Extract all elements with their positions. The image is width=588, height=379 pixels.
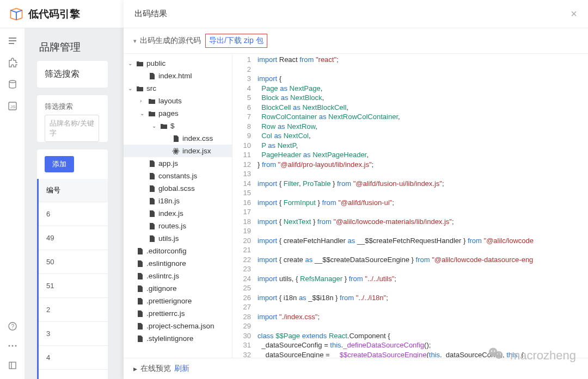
file-icon bbox=[148, 210, 156, 218]
accordion-label: 出码生成的源代码 bbox=[140, 36, 201, 46]
folder-icon bbox=[148, 97, 156, 105]
file-icon bbox=[148, 235, 156, 243]
chevron-icon: › bbox=[140, 98, 145, 104]
collapse-icon[interactable] bbox=[6, 359, 19, 371]
search-card: 筛选搜索 品牌名称/关键字 bbox=[37, 95, 108, 142]
code-line: 27 bbox=[232, 302, 588, 312]
filter-input[interactable]: 品牌名称/关键字 bbox=[45, 115, 99, 142]
code-line: 26import { i18n as _$$i18n } from "../..… bbox=[232, 293, 588, 303]
chevron-icon: ⌄ bbox=[128, 85, 133, 91]
source-accordion[interactable]: ▾ 出码生成的源代码 导出/下载 zip 包 bbox=[124, 28, 588, 54]
code-line: 21 bbox=[232, 245, 588, 255]
tree-file[interactable]: index.js bbox=[124, 207, 232, 220]
tree-file[interactable]: .prettierrc.js bbox=[124, 307, 232, 320]
tree-file[interactable]: .eslintignore bbox=[124, 257, 232, 270]
tree-file[interactable]: index.css bbox=[124, 132, 232, 145]
code-line: 17 bbox=[232, 207, 588, 217]
file-icon bbox=[172, 135, 180, 142]
puzzle-icon[interactable] bbox=[6, 57, 19, 69]
tree-file[interactable]: app.js bbox=[124, 157, 232, 170]
tree-file[interactable]: index.jsx bbox=[124, 145, 232, 157]
left-iconbar: JS ? bbox=[0, 28, 25, 379]
table-header: 编号 bbox=[39, 179, 108, 202]
close-icon[interactable]: × bbox=[571, 8, 577, 20]
help-icon[interactable]: ? bbox=[6, 320, 19, 332]
tree-file[interactable]: .eslintrc.js bbox=[124, 270, 232, 282]
file-icon bbox=[148, 185, 156, 192]
svg-text:JS: JS bbox=[10, 104, 15, 109]
tree-folder[interactable]: ⌄src bbox=[124, 82, 232, 95]
table-row[interactable]: 4 bbox=[39, 346, 108, 370]
tree-file[interactable]: utils.js bbox=[124, 232, 232, 245]
code-line: 9 Col as NextCol, bbox=[232, 131, 588, 141]
outline-icon[interactable] bbox=[6, 35, 19, 47]
tree-file[interactable]: .stylelintignore bbox=[124, 332, 232, 345]
folder-icon bbox=[160, 122, 168, 130]
code-line: 19 bbox=[232, 226, 588, 236]
tree-label: .stylelintignore bbox=[146, 334, 193, 343]
tree-file[interactable]: .gitignore bbox=[124, 282, 232, 295]
database-icon[interactable] bbox=[6, 78, 19, 90]
more-icon[interactable] bbox=[6, 340, 19, 352]
svg-rect-1 bbox=[9, 40, 16, 41]
tree-file[interactable]: .editorconfig bbox=[124, 245, 232, 257]
table-row[interactable]: 6 bbox=[39, 202, 108, 226]
code-line: 32 _dataSourceEngine = __$$createDataSou… bbox=[232, 350, 588, 358]
code-line: 10 P as NextP, bbox=[232, 141, 588, 151]
code-line: 30class $$Page extends React.Component { bbox=[232, 331, 588, 341]
tree-folder[interactable]: ⌄pages bbox=[124, 107, 232, 120]
file-icon bbox=[172, 147, 180, 155]
file-icon bbox=[136, 335, 144, 343]
js-icon[interactable]: JS bbox=[6, 100, 19, 112]
file-icon bbox=[136, 310, 144, 318]
file-icon bbox=[148, 222, 156, 230]
refresh-link[interactable]: 刷新 bbox=[174, 364, 189, 374]
table-row[interactable]: 49 bbox=[39, 226, 108, 250]
filter-card: 筛选搜索 bbox=[37, 61, 108, 88]
code-export-modal: 出码结果 × ▾ 出码生成的源代码 导出/下载 zip 包 ⌄publicind… bbox=[124, 0, 588, 379]
tree-file[interactable]: routes.js bbox=[124, 220, 232, 232]
code-line: 7 RowColContainer as NextRowColContainer… bbox=[232, 112, 588, 122]
table-row[interactable]: 2 bbox=[39, 298, 108, 322]
file-icon bbox=[136, 260, 144, 268]
tree-label: .editorconfig bbox=[146, 247, 187, 255]
code-line: 8 Row as NextRow, bbox=[232, 122, 588, 132]
filter-title: 筛选搜索 bbox=[37, 61, 108, 88]
preview-accordion[interactable]: ▸ 在线预览 刷新 bbox=[124, 358, 588, 379]
tree-label: index.js bbox=[158, 209, 183, 218]
tree-label: i18n.js bbox=[158, 197, 180, 205]
tree-label: index.html bbox=[158, 72, 192, 80]
logo-icon bbox=[9, 7, 24, 22]
add-button[interactable]: 添加 bbox=[45, 156, 74, 172]
tree-label: routes.js bbox=[158, 222, 186, 230]
tree-file[interactable]: global.scss bbox=[124, 182, 232, 195]
table-row[interactable]: 5 bbox=[39, 370, 108, 379]
tree-label: constants.js bbox=[158, 172, 197, 180]
tree-file[interactable]: constants.js bbox=[124, 170, 232, 182]
tree-label: utils.js bbox=[158, 234, 179, 243]
svg-rect-2 bbox=[9, 43, 14, 44]
tree-folder[interactable]: ⌄$ bbox=[124, 120, 232, 132]
tree-label: global.scss bbox=[158, 184, 195, 192]
tree-folder[interactable]: ⌄public bbox=[124, 57, 232, 70]
code-line: 28import "./index.css"; bbox=[232, 312, 588, 322]
svg-point-8 bbox=[8, 345, 10, 347]
code-viewer: 1import React from "react";2 3import {4 … bbox=[232, 54, 588, 358]
brand-logo: 低代码引擎 bbox=[9, 7, 80, 22]
table-row[interactable]: 3 bbox=[39, 322, 108, 346]
table-row[interactable]: 50 bbox=[39, 250, 108, 274]
tree-file[interactable]: .prettierignore bbox=[124, 295, 232, 307]
download-zip-link[interactable]: 导出/下载 zip 包 bbox=[205, 34, 267, 48]
code-line: 14import { Filter, ProTable } from "@ali… bbox=[232, 179, 588, 189]
file-icon bbox=[136, 272, 144, 280]
tree-label: index.jsx bbox=[182, 147, 211, 155]
tree-file[interactable]: .project-schema.json bbox=[124, 320, 232, 332]
tree-file[interactable]: index.html bbox=[124, 70, 232, 82]
table-row[interactable]: 51 bbox=[39, 274, 108, 298]
tree-folder[interactable]: ›layouts bbox=[124, 95, 232, 107]
code-line: 1import React from "react"; bbox=[232, 55, 588, 65]
preview-label: 在线预览 bbox=[140, 364, 171, 374]
chevron-icon: ⌄ bbox=[152, 123, 157, 129]
filter-label: 筛选搜索 bbox=[37, 102, 108, 115]
tree-file[interactable]: i18n.js bbox=[124, 195, 232, 207]
